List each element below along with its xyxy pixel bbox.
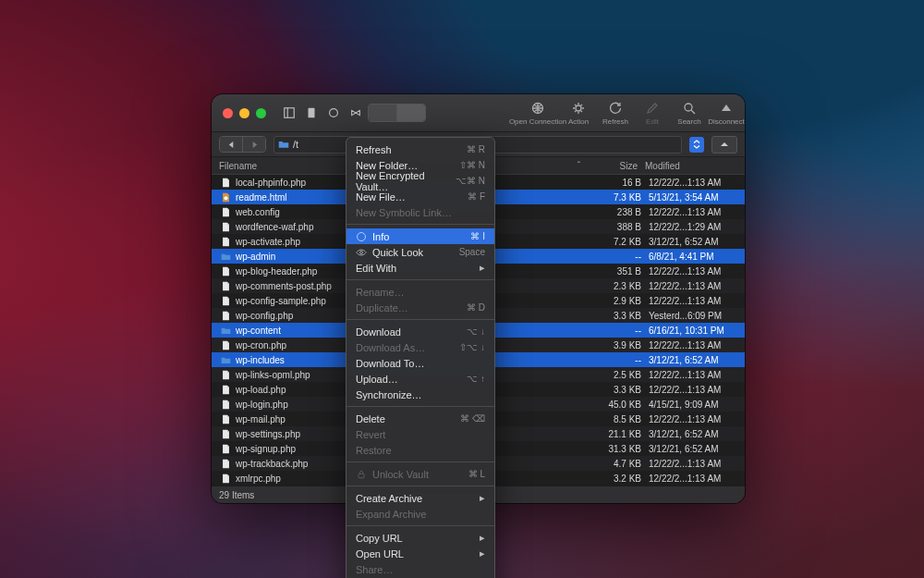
refresh-button[interactable]: Refresh <box>597 101 634 126</box>
menu-separator <box>346 406 494 407</box>
menu-item-label: Share… <box>356 564 485 575</box>
search-button[interactable]: Search <box>671 101 708 126</box>
menu-item-label: Duplicate… <box>356 302 467 314</box>
file-icon <box>219 414 232 424</box>
file-size: 3.9 KB <box>590 340 645 350</box>
menu-separator <box>346 486 494 486</box>
menu-shortcut: ⇧⌥ ↓ <box>459 342 485 352</box>
file-size: -- <box>590 355 645 365</box>
menu-item[interactable]: Create Archive▸ <box>346 490 494 506</box>
file-icon <box>219 266 232 277</box>
menu-item[interactable]: Edit With▸ <box>346 260 494 276</box>
menu-item[interactable]: Quick LookSpace <box>346 244 494 260</box>
toolbar-small-icons <box>283 106 362 119</box>
bonjour-icon[interactable] <box>349 106 362 119</box>
menu-item[interactable]: Refresh⌘ R <box>346 141 494 157</box>
history-icon[interactable] <box>305 106 318 119</box>
menu-item: Download As…⇧⌥ ↓ <box>346 339 494 355</box>
menu-item[interactable]: Copy URL▸ <box>346 530 494 546</box>
window-controls <box>212 108 277 118</box>
submenu-arrow-icon: ▸ <box>480 262 485 274</box>
toolbar-label: Search <box>677 117 700 126</box>
menu-item-label: Synchronize… <box>356 389 485 400</box>
file-size: 7.2 KB <box>590 237 645 247</box>
disconnect-button[interactable]: Disconnect <box>708 101 745 126</box>
file-icon <box>219 370 232 380</box>
account-segmented[interactable] <box>368 104 426 122</box>
folder-icon <box>278 139 289 150</box>
file-icon <box>219 222 232 232</box>
menu-item[interactable]: Synchronize… <box>346 387 494 402</box>
file-icon <box>219 429 232 439</box>
svg-point-3 <box>330 109 338 117</box>
file-size: 8.5 KB <box>590 414 645 424</box>
menu-item-label: Restore <box>356 445 485 456</box>
path-text: /t <box>293 139 298 150</box>
minimize-button[interactable] <box>239 108 249 118</box>
svg-point-9 <box>358 232 366 240</box>
edit-button: Edit <box>634 101 671 126</box>
file-icon <box>219 237 232 247</box>
file-size: 238 B <box>590 207 645 217</box>
toolbar-label: Edit <box>646 117 659 126</box>
menu-item[interactable]: New Encrypted Vault…⌥⌘ N <box>346 173 494 189</box>
menu-item-label: Unlock Vault <box>372 469 468 480</box>
file-size: 31.3 KB <box>590 444 645 454</box>
menu-item: Restore <box>346 442 494 458</box>
file-icon <box>219 459 232 469</box>
svg-point-10 <box>360 251 363 253</box>
menu-item-label: Refresh <box>356 144 467 155</box>
file-modified: 3/12/21, 6:52 AM <box>645 237 745 247</box>
column-size[interactable]: Size <box>586 161 638 171</box>
menu-separator <box>346 461 494 462</box>
menu-item[interactable]: New File…⌘ F <box>346 189 494 204</box>
file-size: -- <box>590 326 645 336</box>
file-icon <box>219 207 232 217</box>
menu-item-label: Rename… <box>356 287 485 298</box>
menu-item: Share… <box>346 561 494 577</box>
menu-item-label: New File… <box>356 191 468 203</box>
menu-item: Unlock Vault⌘ L <box>346 466 494 482</box>
menu-item-label: New Encrypted Vault… <box>356 170 456 192</box>
nav-back-forward[interactable] <box>219 136 266 153</box>
bookmarks-icon[interactable] <box>283 106 296 119</box>
menu-item[interactable]: Download To… <box>346 355 494 371</box>
file-modified: 3/12/21, 6:52 AM <box>645 429 745 439</box>
file-size: 3.3 KB <box>590 311 645 321</box>
go-up-button[interactable] <box>711 136 737 154</box>
menu-shortcut: ⌘ I <box>470 231 485 241</box>
forward-button[interactable] <box>242 137 265 152</box>
svg-point-6 <box>685 104 692 111</box>
file-size: 3.3 KB <box>590 385 645 395</box>
titlebar: Open Connection Action Refresh Edit Sear… <box>212 94 745 132</box>
svg-rect-11 <box>359 473 364 478</box>
menu-item[interactable]: Info⌘ I <box>346 228 494 244</box>
file-icon <box>219 178 232 188</box>
file-modified: 6/16/21, 10:31 PM <box>645 326 745 336</box>
activity-icon[interactable] <box>327 106 340 119</box>
back-button[interactable] <box>220 137 242 152</box>
menu-item[interactable]: Upload…⌥ ↑ <box>346 371 494 387</box>
file-size: 2.5 KB <box>590 370 645 380</box>
svg-point-5 <box>576 105 581 111</box>
context-menu[interactable]: Refresh⌘ RNew Folder…⇧⌘ NNew Encrypted V… <box>346 137 495 578</box>
sort-indicator-icon: ˆ <box>578 161 580 171</box>
menu-item[interactable]: Delete⌘ ⌫ <box>346 411 494 426</box>
file-modified: 12/22/2...1:29 AM <box>645 222 745 232</box>
path-dropdown-button[interactable] <box>689 137 704 153</box>
column-modified[interactable]: Modified <box>638 161 745 171</box>
submenu-arrow-icon: ▸ <box>480 547 485 560</box>
folder-icon <box>219 252 232 262</box>
menu-item[interactable]: Open URL▸ <box>346 546 494 561</box>
menu-shortcut: ⌘ F <box>468 191 485 202</box>
action-button[interactable]: Action <box>560 101 597 126</box>
close-button[interactable] <box>223 108 233 118</box>
menu-item-label: Copy URL <box>356 533 480 544</box>
file-modified: 12/22/2...1:13 AM <box>645 178 745 188</box>
folder-icon <box>219 326 232 336</box>
menu-item-label: Upload… <box>356 374 467 385</box>
zoom-button[interactable] <box>256 108 266 118</box>
open-connection-button[interactable]: Open Connection <box>516 101 560 126</box>
file-size: 388 B <box>590 222 645 232</box>
menu-item[interactable]: Download⌥ ↓ <box>346 324 494 339</box>
